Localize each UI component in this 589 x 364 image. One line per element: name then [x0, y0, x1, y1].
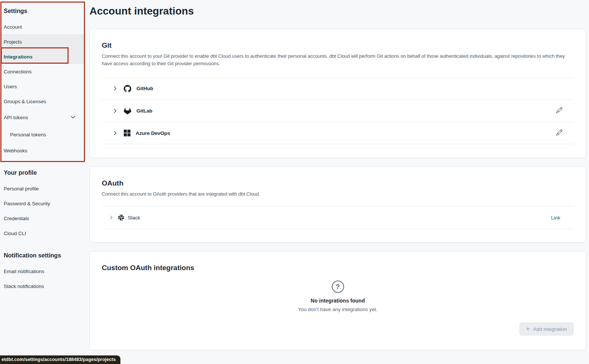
- sidebar-item-users[interactable]: Users: [0, 79, 86, 94]
- add-integration-button-label: Add integration: [533, 326, 567, 332]
- main-content: Account integrations Git Connect this ac…: [89, 0, 586, 350]
- plus-icon: +: [526, 326, 530, 332]
- github-icon: [124, 85, 131, 92]
- empty-state: ? No integrations found You don't have a…: [102, 281, 574, 312]
- add-integration-button[interactable]: + Add integration: [519, 322, 574, 336]
- git-row-gitlab[interactable]: GitLab: [102, 99, 574, 122]
- git-row-label: GitHub: [136, 86, 153, 91]
- chevron-right-icon[interactable]: [112, 86, 118, 91]
- sidebar-gap: [0, 241, 86, 247]
- gitlab-icon: [124, 107, 131, 115]
- sidebar-item-personal-profile[interactable]: Personal profile: [0, 181, 86, 196]
- sidebar-item-api-tokens[interactable]: API tokens: [0, 109, 86, 126]
- sidebar-header-your-profile: Your profile: [0, 165, 86, 181]
- sidebar-item-projects[interactable]: Projects: [0, 34, 84, 49]
- sidebar-item-personal-tokens[interactable]: Personal tokens: [0, 126, 86, 143]
- slack-link-action[interactable]: Link: [551, 215, 560, 221]
- git-provider-list: GitHub GitLab: [102, 77, 574, 144]
- oauth-section-title: OAuth: [102, 179, 574, 188]
- oauth-section-description: Connect this account to OAuth providers …: [102, 190, 574, 198]
- sidebar-item-groups-licenses[interactable]: Groups & Licenses: [0, 94, 86, 109]
- status-url-tooltip: etdbt.com/settings/accounts/188483/pages…: [0, 355, 120, 364]
- git-row-github[interactable]: GitHub: [102, 77, 574, 99]
- azure-devops-icon: [124, 130, 130, 136]
- edit-pencil-icon[interactable]: [556, 107, 563, 115]
- git-section-description: Connect this account to your Git provide…: [102, 53, 574, 67]
- sidebar-header-settings: Settings: [0, 3, 86, 19]
- git-row-label: Azure DevOps: [136, 130, 170, 136]
- sidebar-item-webhooks[interactable]: Webhooks: [0, 143, 86, 158]
- git-section-card: Git Connect this account to your Git pro…: [89, 29, 586, 158]
- sidebar-item-slack-notifications[interactable]: Slack notifications: [0, 279, 86, 294]
- sidebar-item-email-notifications[interactable]: Email notifications: [0, 264, 86, 279]
- oauth-row-slack[interactable]: Slack Link: [102, 206, 574, 229]
- sidebar-item-connections[interactable]: Connections: [0, 64, 86, 79]
- chevron-down-icon: [70, 114, 76, 121]
- git-row-label: GitLab: [136, 108, 152, 114]
- page-title: Account integrations: [89, 4, 586, 19]
- slack-icon: [118, 215, 124, 221]
- git-section-title: Git: [102, 41, 574, 50]
- empty-state-subtitle: You don't have any integrations yet.: [298, 307, 378, 312]
- custom-oauth-section-card: Custom OAuth integrations ? No integrati…: [89, 251, 586, 350]
- chevron-right-icon[interactable]: [112, 130, 118, 136]
- sidebar-header-notification-settings: Notification settings: [0, 247, 86, 264]
- sidebar-item-credentials[interactable]: Credentials: [0, 211, 86, 226]
- chevron-right-icon[interactable]: [108, 215, 114, 220]
- sidebar-item-integrations[interactable]: Integrations: [0, 49, 84, 64]
- sidebar-item-account[interactable]: Account: [0, 19, 86, 34]
- empty-state-title: No integrations found: [311, 298, 365, 304]
- question-circle-icon: ?: [332, 281, 344, 293]
- custom-oauth-section-title: Custom OAuth integrations: [102, 263, 574, 272]
- edit-pencil-icon[interactable]: [556, 129, 563, 137]
- settings-sidebar: Settings Account Projects Integrations C…: [0, 0, 86, 364]
- oauth-section-card: OAuth Connect this account to OAuth prov…: [89, 167, 586, 243]
- chevron-right-icon[interactable]: [112, 108, 118, 114]
- sidebar-gap: [0, 158, 86, 165]
- sidebar-item-cloud-cli[interactable]: Cloud CLI: [0, 226, 86, 241]
- oauth-row-label: Slack: [128, 215, 140, 221]
- git-row-azure-devops[interactable]: Azure DevOps: [102, 122, 574, 144]
- oauth-provider-list: Slack Link: [102, 206, 574, 229]
- sidebar-item-password-security[interactable]: Password & Security: [0, 196, 86, 211]
